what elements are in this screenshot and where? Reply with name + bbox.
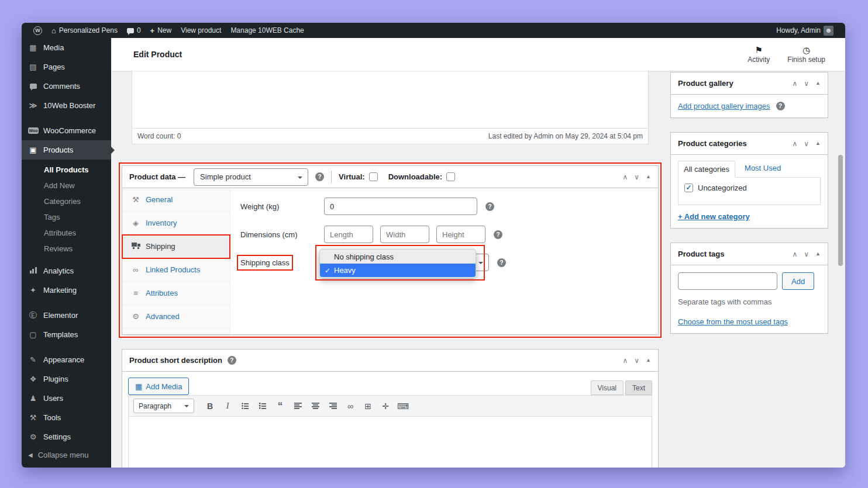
sidebar-item-comments[interactable]: Comments [22, 77, 111, 96]
howdy-account-menu[interactable]: Howdy, Admin☻ [771, 23, 838, 38]
move-down-icon[interactable]: ∨ [634, 174, 639, 181]
tab-inventory[interactable]: ◈Inventory [122, 212, 230, 235]
toggle-panel-icon[interactable]: ▲ [815, 251, 821, 257]
move-up-icon[interactable]: ∧ [792, 80, 797, 87]
product-type-help-icon[interactable]: ? [315, 172, 324, 181]
product-tags-header[interactable]: Product tags ∧ ∨ ▲ [671, 243, 828, 265]
align-center-button[interactable] [308, 399, 323, 414]
short-description-help-icon[interactable]: ? [228, 356, 236, 365]
sidebar-item-tools[interactable]: ⚒Tools [22, 408, 111, 427]
option-heavy[interactable]: ✓Heavy [320, 264, 476, 277]
product-categories-header[interactable]: Product categories ∧ ∨ ▲ [671, 133, 828, 155]
tab-general[interactable]: ⚒General [122, 188, 230, 212]
shipping-class-help-icon[interactable]: ? [497, 258, 506, 267]
add-tag-button[interactable]: Add [782, 272, 814, 290]
sidebar-item-pages[interactable]: ▤Pages [22, 57, 111, 77]
move-down-icon[interactable]: ∨ [804, 140, 809, 147]
sidebar-item-users[interactable]: ♟Users [22, 389, 111, 408]
width-input[interactable] [380, 226, 429, 243]
submenu-categories[interactable]: Categories [22, 193, 111, 209]
product-type-select[interactable]: Simple product [194, 168, 308, 186]
length-input[interactable] [324, 226, 373, 243]
choose-most-used-tags-link[interactable]: Choose from the most used tags [678, 317, 788, 326]
toggle-panel-icon[interactable]: ▲ [646, 358, 651, 363]
product-gallery-header[interactable]: Product gallery ∧ ∨ ▲ [671, 72, 828, 95]
italic-button[interactable]: I [220, 399, 235, 414]
toggle-panel-icon[interactable]: ▲ [815, 81, 821, 86]
submenu-attributes[interactable]: Attributes [22, 225, 111, 241]
height-input[interactable] [436, 226, 485, 243]
move-up-icon[interactable]: ∧ [792, 251, 797, 258]
activity-button[interactable]: ⚑ Activity [748, 46, 770, 64]
finish-setup-label: Finish setup [787, 56, 825, 64]
option-no-shipping-class[interactable]: No shipping class [320, 250, 476, 264]
sidebar-item-settings[interactable]: ⚙Settings [22, 427, 111, 447]
divider [331, 171, 332, 184]
sidebar-item-woocommerce[interactable]: WooWooCommerce [22, 121, 111, 140]
move-up-icon[interactable]: ∧ [622, 357, 628, 364]
tab-attributes[interactable]: ≡Attributes [122, 282, 230, 305]
wp-logo-menu[interactable]: W [29, 23, 47, 38]
toggle-panel-icon[interactable]: ▲ [815, 141, 821, 146]
new-content-menu[interactable]: +New [146, 23, 177, 38]
tab-all-categories[interactable]: All categories [678, 161, 735, 178]
page-header: Edit Product ⚑ Activity ◷ Finish setup [111, 38, 845, 71]
move-down-icon[interactable]: ∨ [804, 251, 809, 258]
move-up-icon[interactable]: ∧ [792, 140, 797, 147]
align-left-button[interactable] [290, 399, 305, 414]
move-up-icon[interactable]: ∧ [622, 174, 628, 181]
submenu-reviews[interactable]: Reviews [22, 241, 111, 257]
tab-visual[interactable]: Visual [591, 380, 624, 395]
toggle-panel-icon[interactable]: ▲ [646, 174, 651, 179]
submenu-all-products[interactable]: All Products [22, 162, 111, 178]
paragraph-format-select[interactable]: Paragraph [133, 399, 194, 413]
view-product-menu[interactable]: View product [176, 23, 226, 38]
add-media-button[interactable]: ▦Add Media [128, 378, 189, 395]
editor-text-area[interactable] [129, 417, 652, 468]
description-editor-bottom[interactable]: Word count: 0 Last edited by Admin on Ma… [132, 71, 649, 144]
sidebar-item-media[interactable]: ▦Media [22, 38, 111, 57]
weight-input[interactable] [324, 198, 477, 215]
vertical-scrollbar[interactable] [838, 155, 843, 266]
tags-input[interactable] [678, 272, 777, 290]
insert-link-button[interactable]: ∞ [343, 399, 358, 414]
bold-button[interactable]: B [202, 399, 218, 414]
move-down-icon[interactable]: ∨ [634, 357, 639, 364]
sidebar-item-analytics[interactable]: Analytics [22, 261, 111, 281]
blockquote-button[interactable]: “ [273, 399, 288, 414]
sidebar-item-10web-booster[interactable]: ≫10Web Booster [22, 96, 111, 115]
uncategorized-checkbox[interactable] [684, 184, 693, 192]
sidebar-item-marketing[interactable]: ✦Marketing [22, 281, 111, 300]
dimensions-help-icon[interactable]: ? [494, 230, 502, 239]
tab-advanced[interactable]: ⚙Advanced [122, 305, 230, 328]
keyboard-shortcuts-button[interactable]: ⌨ [395, 399, 411, 414]
site-name-menu[interactable]: ⌂Personalized Pens [47, 23, 122, 38]
fullscreen-button[interactable]: ✛ [378, 399, 393, 414]
insert-more-button[interactable]: ⊞ [360, 399, 376, 414]
add-new-category-link[interactable]: + Add new category [678, 212, 750, 221]
add-gallery-images-link[interactable]: Add product gallery images [678, 102, 770, 110]
tab-linked-products[interactable]: ∞Linked Products [122, 258, 230, 282]
sidebar-item-templates[interactable]: ▢Templates [22, 325, 111, 344]
tab-most-used[interactable]: Most Used [745, 164, 781, 177]
tab-shipping[interactable]: Shipping [122, 235, 230, 258]
bullet-list-button[interactable] [237, 399, 253, 414]
virtual-checkbox[interactable] [369, 172, 378, 181]
move-down-icon[interactable]: ∨ [804, 80, 809, 87]
downloadable-checkbox[interactable] [446, 172, 455, 181]
collapse-menu-button[interactable]: ◀Collapse menu [22, 447, 111, 463]
sidebar-item-products[interactable]: ▣Products [22, 140, 111, 160]
comments-menu[interactable]: 0 [122, 23, 146, 38]
finish-setup-button[interactable]: ◷ Finish setup [787, 46, 825, 64]
sidebar-item-elementor[interactable]: ⒺElementor [22, 306, 111, 325]
sidebar-item-plugins[interactable]: ❖Plugins [22, 369, 111, 389]
weight-help-icon[interactable]: ? [485, 202, 494, 211]
align-right-button[interactable] [325, 399, 340, 414]
gallery-help-icon[interactable]: ? [776, 102, 785, 110]
tab-text[interactable]: Text [625, 380, 652, 395]
manage-cache-menu[interactable]: Manage 10WEB Cache [226, 23, 308, 38]
submenu-tags[interactable]: Tags [22, 209, 111, 225]
submenu-add-new[interactable]: Add New [22, 178, 111, 193]
numbered-list-button[interactable] [255, 399, 270, 414]
sidebar-item-appearance[interactable]: ✎Appearance [22, 350, 111, 369]
